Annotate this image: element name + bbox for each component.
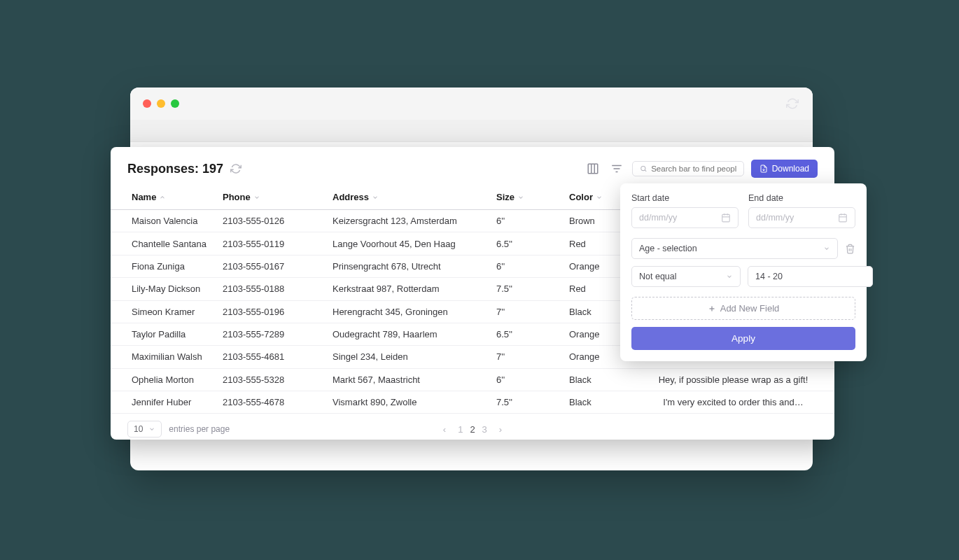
cell-notes: Hey, if possible please wrap as a gift! [632,368,834,391]
browser-titlebar [130,88,813,120]
cell-phone: 2103-555-0188 [216,278,326,300]
start-date-input[interactable]: dd/mm/yy [631,207,738,228]
cell-phone: 2103-555-0167 [216,255,326,277]
cell-address: Prinsengracht 678, Utrecht [326,255,489,277]
cell-name: Chantelle Santana [111,232,216,255]
cell-address: Oudegracht 789, Haarlem [326,323,489,345]
panel-title: Responses: 197 [127,162,223,176]
cell-name: Maison Valencia [111,210,216,232]
filter-button[interactable] [608,160,625,177]
chevron-down-icon [148,426,155,433]
cell-phone: 2103-555-4681 [216,346,326,368]
cell-address: Herengracht 345, Groningen [326,300,489,323]
column-header-phone[interactable]: Phone [216,186,326,210]
panel-header: Responses: 197 Download [111,147,834,186]
calendar-icon [838,213,848,223]
pagination: ‹ 123 › [443,423,502,435]
svg-line-7 [645,170,646,172]
cell-address: Lange Voorhout 45, Den Haag [326,232,489,255]
cell-address: Singel 234, Leiden [326,346,489,368]
filter-popover: Start date dd/mm/yy End date dd/mm/yy Ag… [620,183,867,361]
cell-phone: 2103-555-7289 [216,323,326,345]
cell-size: 7'' [489,346,562,368]
page-1[interactable]: 1 [458,424,463,435]
entries-label: entries per page [169,424,230,434]
column-header-name[interactable]: Name [111,186,216,210]
chevron-down-icon [823,245,830,252]
calendar-icon [721,213,731,223]
cell-size: 7.5'' [489,391,562,414]
sort-icon [372,194,379,201]
sort-icon [253,194,260,201]
cell-address: Vismarkt 890, Zwolle [326,391,489,414]
end-date-label: End date [748,193,855,203]
cell-name: Fiona Zuniga [111,255,216,277]
page-3[interactable]: 3 [482,424,487,435]
cell-size: 7.5'' [489,278,562,300]
apply-button[interactable]: Apply [631,327,855,350]
chevron-down-icon [726,273,733,280]
panel-footer: 10 entries per page ‹ 123 › [111,414,834,438]
download-button[interactable]: Download [751,160,818,178]
cell-size: 6.5'' [489,323,562,345]
cell-size: 6'' [489,210,562,232]
traffic-lights [143,99,179,108]
cell-phone: 2103-555-0126 [216,210,326,232]
filter-value-input[interactable] [748,266,873,287]
cell-color: Black [562,391,632,414]
search-box[interactable] [632,161,744,176]
sort-icon [517,194,524,201]
column-header-size[interactable]: Size [489,186,562,210]
svg-rect-0 [588,164,598,174]
cell-size: 7'' [489,300,562,323]
cell-size: 6'' [489,255,562,277]
columns-button[interactable] [584,160,601,177]
filter-condition-select[interactable]: Not equal [631,266,741,287]
cell-name: Jennifer Huber [111,391,216,414]
end-date-input[interactable]: dd/mm/yy [748,207,855,228]
sort-icon [596,194,603,201]
cell-size: 6.5'' [489,232,562,255]
svg-point-6 [640,166,645,170]
cell-address: Kerkstraat 987, Rotterdam [326,278,489,300]
cell-phone: 2103-555-0196 [216,300,326,323]
start-date-label: Start date [631,193,738,203]
cell-phone: 2103-555-4678 [216,391,326,414]
page-next[interactable]: › [499,424,502,435]
table-row[interactable]: Ophelia Morton2103-555-5328Markt 567, Ma… [111,368,834,391]
refresh-icon[interactable] [786,97,799,110]
page-2[interactable]: 2 [470,424,475,435]
refresh-icon[interactable] [230,163,241,174]
cell-phone: 2103-555-5328 [216,368,326,391]
add-field-button[interactable]: Add New Field [631,297,855,320]
svg-rect-13 [839,214,847,222]
cell-name: Maximilian Walsh [111,346,216,368]
sort-asc-icon [159,194,166,201]
cell-name: Simeon Kramer [111,300,216,323]
filter-field-select[interactable]: Age - selection [631,238,838,259]
cell-address: Markt 567, Maastricht [326,368,489,391]
cell-address: Keizersgracht 123, Amsterdam [326,210,489,232]
trash-icon[interactable] [845,244,855,254]
close-window-button[interactable] [143,99,151,108]
column-header-address[interactable]: Address [326,186,489,210]
cell-name: Ophelia Morton [111,368,216,391]
cell-size: 6'' [489,368,562,391]
cell-color: Black [562,368,632,391]
search-icon [640,164,648,173]
cell-phone: 2103-555-0119 [216,232,326,255]
cell-name: Lily-May Dickson [111,278,216,300]
entries-per-page-select[interactable]: 10 [127,421,162,438]
download-label: Download [772,164,809,174]
svg-rect-9 [722,214,730,222]
plus-icon [708,304,716,313]
download-icon [760,164,768,173]
table-row[interactable]: Jennifer Huber2103-555-4678Vismarkt 890,… [111,391,834,414]
browser-tabbar [130,120,813,142]
page-prev[interactable]: ‹ [443,424,446,435]
minimize-window-button[interactable] [157,99,165,108]
search-input[interactable] [651,164,736,173]
cell-notes: I'm very excited to order this and… [632,391,834,414]
maximize-window-button[interactable] [171,99,179,108]
cell-name: Taylor Padilla [111,323,216,345]
